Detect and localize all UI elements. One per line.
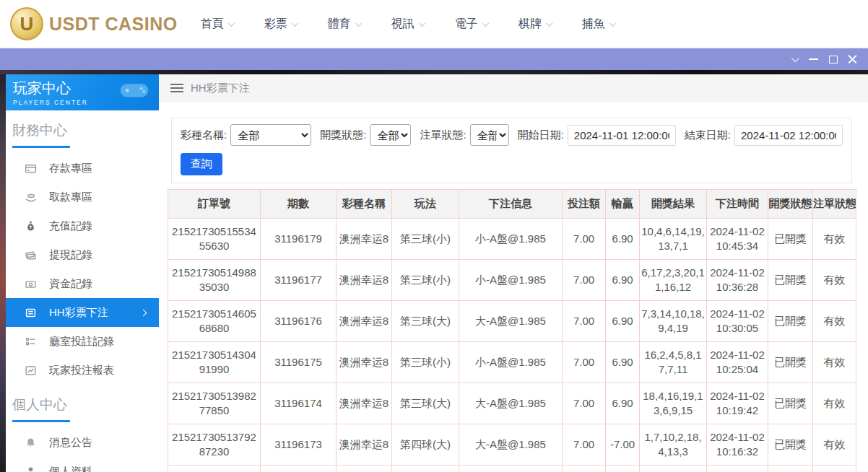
cell-lottery-name: 澳洲幸运8	[337, 424, 392, 466]
breadcrumb: HH彩票下注	[159, 74, 868, 102]
site-header: U USDT CASINO 首頁 彩票 體育 視訊 電子 棋牌 捕魚	[0, 0, 868, 48]
sidebar-item-player-bet-report[interactable]: 玩家投注報表	[6, 356, 159, 385]
cell-bet-info: 大-A盤@1.985	[459, 383, 563, 424]
cell-bet-amount: 7.00	[563, 301, 606, 342]
profile-person-icon	[24, 465, 37, 472]
window-minimize-button[interactable]	[804, 50, 823, 69]
cell-draw-result: 6,17,2,3,20,11,16,12	[640, 260, 707, 301]
lottery-name-label: 彩種名稱:	[181, 128, 227, 142]
cell-order-no: 2152173051379287230	[168, 424, 261, 466]
cell-play-type: 第三球(小)	[392, 219, 459, 260]
window-maximize-button[interactable]	[823, 50, 843, 69]
cell-order-no: 2152173051398277850	[168, 383, 261, 424]
nav-item-fishing[interactable]: 捕魚	[582, 17, 615, 32]
nav-item-home[interactable]: 首頁	[201, 17, 234, 32]
logo-coin-icon: U	[10, 7, 43, 40]
search-button[interactable]: 查詢	[181, 153, 222, 175]
cell-win-loss: 6.90	[606, 342, 640, 383]
end-date-input[interactable]	[734, 125, 843, 146]
cell-draw-result: 16,2,4,5,8,17,7,11	[640, 342, 707, 383]
cell-bet-info	[459, 466, 563, 472]
cell-period: 31196174	[261, 383, 337, 424]
chevron-down-icon	[418, 19, 425, 27]
app-window: U USDT CASINO 首頁 彩票 體育 視訊 電子 棋牌 捕魚 玩家中心 …	[0, 0, 868, 472]
site-logo[interactable]: U USDT CASINO	[10, 7, 178, 40]
sidebar-item-hh-lottery-bets[interactable]: HH彩票下注	[6, 298, 159, 327]
draw-status-select[interactable]: 全部	[370, 124, 411, 146]
cell-bet-time: 2024-11-02 10:30:05	[707, 301, 768, 342]
cell-bet-amount: 7.00	[563, 260, 606, 301]
nav-item-cards[interactable]: 棋牌	[518, 17, 552, 32]
sidebar-item-profile[interactable]: 個人資料	[6, 457, 159, 472]
cell-period: 31196176	[261, 301, 337, 342]
cell-play-type: 第三球(大)	[392, 383, 459, 424]
sidebar-item-label: 資金記錄	[49, 277, 92, 291]
sidebar-item-withdrawal-records[interactable]: 提現記錄	[6, 240, 159, 269]
table-row: 2152173051460568680 31196176 澳洲幸运8 第三球(大…	[168, 301, 856, 342]
sidebar-item-deposit[interactable]: 存款專區	[6, 154, 159, 183]
nav-label: 電子	[455, 17, 478, 32]
cell-order-status: 有效	[813, 424, 856, 466]
chevron-down-icon	[609, 19, 616, 27]
cell-bet-time: 2024-11-02 10:36:28	[707, 260, 768, 301]
cell-draw-status: 已開獎	[768, 260, 813, 301]
nav-item-slots[interactable]: 電子	[455, 17, 488, 32]
cell-draw-status: 已開獎	[768, 219, 813, 260]
cell-bet-amount: 7.00	[563, 342, 606, 383]
finance-section: 財務中心	[6, 110, 159, 148]
sidebar-item-label: 取款專區	[49, 191, 92, 204]
cell-order-status: 有效	[813, 342, 856, 383]
sidebar-item-funds-records[interactable]: 資金記錄	[6, 269, 159, 298]
nav-item-video[interactable]: 視訊	[391, 17, 425, 32]
column-header-order-status: 注單狀態	[813, 190, 856, 219]
chevron-right-icon	[140, 309, 147, 316]
window-dropdown-button[interactable]	[784, 50, 804, 69]
cell-win-loss	[606, 466, 640, 472]
cell-bet-time: 2024-11-02 10:16:32	[707, 424, 768, 466]
order-status-select[interactable]: 全部	[470, 124, 509, 146]
sidebar-subtitle: PLAYERS CENTER	[13, 99, 159, 106]
maximize-icon	[829, 56, 838, 64]
cell-bet-time: 2024-11-02 10:25:04	[707, 342, 768, 383]
notice-bell-icon	[24, 436, 37, 449]
column-header-bet-time: 下注時間	[707, 190, 768, 219]
start-date-input[interactable]	[568, 125, 676, 146]
section-underline	[12, 420, 70, 422]
column-header-bet-amount: 投注額	[563, 190, 606, 219]
chevron-down-icon	[545, 19, 552, 27]
personal-section-heading: 個人中心	[12, 395, 159, 414]
section-underline	[12, 146, 70, 148]
sidebar-item-notices[interactable]: 消息公告	[6, 428, 159, 457]
nav-label: 首頁	[201, 17, 224, 32]
hamburger-menu-icon[interactable]	[170, 84, 183, 92]
sidebar-item-label: 玩家投注報表	[49, 364, 114, 377]
lottery-name-select[interactable]: 全部	[230, 124, 311, 146]
cell-bet-time	[707, 466, 768, 472]
table-row: 2152173051553455630 31196179 澳洲幸运8 第三球(小…	[168, 219, 856, 260]
cell-order-no	[168, 466, 261, 472]
cell-lottery-name	[337, 466, 392, 472]
players-center-banner: 玩家中心 PLAYERS CENTER	[6, 74, 159, 110]
cell-bet-amount: 7.00	[563, 219, 606, 260]
nav-item-lottery[interactable]: 彩票	[264, 17, 298, 32]
cell-play-type: 第四球(大)	[392, 424, 459, 466]
cell-order-no: 2152173051498835030	[168, 260, 261, 301]
cell-play-type	[392, 466, 459, 472]
sidebar-item-withdraw[interactable]: 取款專區	[6, 183, 159, 211]
cell-win-loss: 6.90	[606, 383, 640, 424]
cell-lottery-name: 澳洲幸运8	[337, 383, 392, 424]
draw-status-label: 開獎狀態:	[320, 128, 366, 142]
cell-order-status: 有效	[813, 383, 856, 424]
cell-order-status: 有效	[813, 260, 856, 301]
sidebar-item-room-bet-records[interactable]: 廳室投註記錄	[6, 327, 159, 356]
sidebar-item-recharge-records[interactable]: 充值記錄	[6, 211, 159, 240]
sidebar-item-label: 提現記錄	[49, 248, 92, 262]
nav-item-sports[interactable]: 體育	[328, 17, 361, 32]
window-titlebar	[0, 48, 868, 70]
cell-period: 31196173	[261, 424, 337, 466]
window-close-button[interactable]	[843, 50, 862, 69]
personal-section: 個人中心	[6, 385, 159, 422]
cell-period: 31196179	[261, 219, 337, 260]
funds-record-icon	[24, 277, 37, 290]
chevron-down-icon	[791, 54, 799, 62]
